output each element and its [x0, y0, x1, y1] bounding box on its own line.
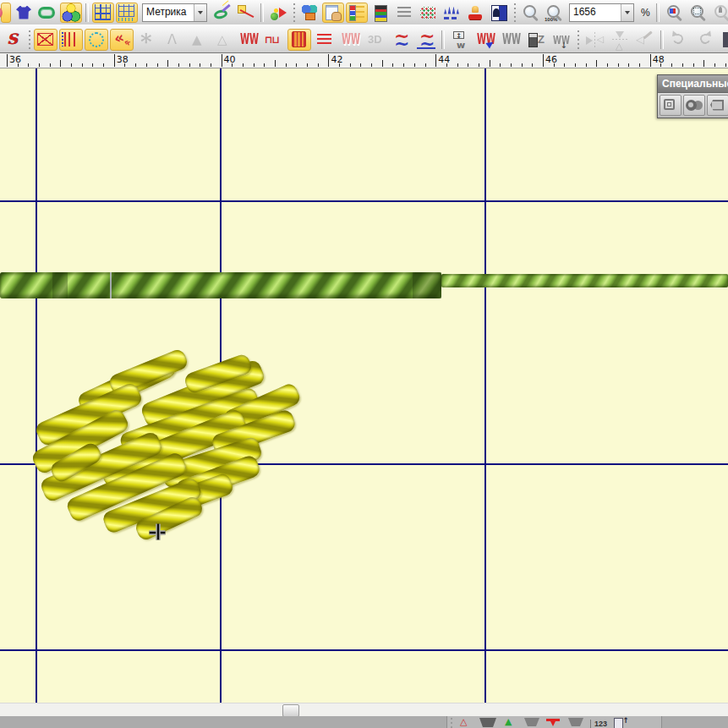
zoom-colors-button[interactable] [663, 3, 685, 23]
peak-outline-icon [214, 30, 233, 49]
zoom-level-input[interactable]: 1656 [569, 3, 634, 22]
palette-title[interactable]: Специальные [658, 75, 728, 93]
mirror-vertical-icon [610, 30, 629, 49]
marker-redline-button[interactable] [544, 718, 564, 728]
grid-settings-button[interactable] [116, 3, 138, 23]
ruler-tick [511, 63, 512, 67]
units-combo[interactable]: Метрика [142, 3, 207, 22]
color-palette-icon [371, 3, 390, 22]
ruler-tick [157, 63, 158, 67]
zoom-button[interactable] [519, 3, 541, 23]
ruler-tick [446, 63, 447, 67]
ruler-tick [103, 63, 104, 67]
mirror-horizontal-button[interactable] [583, 29, 606, 51]
thread-list-button[interactable] [346, 3, 368, 23]
grid-toggle-button[interactable] [92, 3, 114, 23]
thread-colors-button[interactable] [60, 3, 82, 23]
program-stitch-button[interactable] [524, 29, 548, 51]
waves-button[interactable] [389, 29, 413, 51]
horizontal-scrollbar[interactable] [0, 703, 728, 717]
peak-filled-button[interactable] [186, 29, 210, 51]
zigzag-select-button[interactable] [473, 29, 497, 51]
stamp-button[interactable] [464, 3, 486, 23]
mirror-vertical-button[interactable] [608, 29, 632, 51]
special-shape-hex-button[interactable] [707, 95, 728, 116]
ruler-tick [682, 63, 683, 67]
design-partial-button[interactable] [1, 3, 11, 23]
ruler-tick [532, 63, 533, 67]
marker-gray2-button[interactable] [566, 718, 586, 728]
object-inspector-button[interactable] [298, 3, 320, 23]
window-view-button[interactable] [488, 3, 510, 23]
zoom-100-button[interactable]: 100% [543, 3, 565, 23]
sfumato-lion-button[interactable] [1, 29, 25, 51]
ruler-tick [82, 63, 83, 67]
partial-dark-button[interactable] [718, 29, 728, 51]
zigzag-compress-button[interactable] [550, 29, 573, 51]
square-wave-stitch-button[interactable] [262, 29, 286, 51]
view-3d-button[interactable]: 3D [364, 29, 387, 51]
zoom-figure-button[interactable] [710, 3, 728, 23]
design-size-button[interactable] [441, 3, 463, 23]
special-shape-square-icon [661, 96, 680, 115]
outline-mode-button[interactable] [85, 29, 108, 51]
magic-wand-button[interactable] [211, 3, 233, 23]
stitch-simulator-button[interactable] [267, 3, 289, 23]
design-canvas[interactable]: Специальные [0, 68, 728, 703]
ruler-tick [650, 54, 651, 67]
arrows-mode-button[interactable] [110, 29, 134, 51]
ruler-tick [200, 63, 200, 67]
zoom-level-input-value[interactable]: 1656 [570, 4, 621, 21]
stitch-list-button[interactable] [393, 3, 415, 23]
units-combo-dropdown-button[interactable] [194, 4, 206, 21]
column-width-button[interactable] [448, 29, 472, 51]
marker-red-outline-icon [457, 716, 475, 728]
zigzag-stitch-button[interactable] [237, 29, 260, 51]
ruler-tick [714, 63, 715, 67]
measure-button[interactable] [235, 3, 257, 23]
ruler-tick [425, 63, 426, 67]
ruler-tick [382, 60, 383, 67]
ruler-tick [607, 63, 608, 67]
rotate-cw-button[interactable] [692, 29, 716, 51]
special-shape-square-button[interactable] [660, 95, 681, 116]
satin-stitch-mode-button[interactable] [59, 29, 83, 51]
units-combo-value[interactable]: Метрика [143, 4, 194, 21]
zigzag-gray-button[interactable] [499, 29, 523, 51]
peak-dashed-button[interactable] [161, 29, 184, 51]
scrollbar-thumb[interactable] [282, 704, 299, 717]
density-map-button[interactable] [417, 3, 439, 23]
garment-view-button[interactable] [13, 3, 35, 23]
ruler-tick [660, 63, 661, 67]
edit-document-button[interactable] [322, 3, 344, 23]
light-zigzag-button[interactable] [338, 29, 362, 51]
rays-button[interactable] [135, 29, 159, 51]
ruler-label: 42 [331, 54, 342, 65]
waves-underline-button[interactable] [414, 29, 438, 51]
fill-pattern-button[interactable] [287, 29, 311, 51]
fill-stitch-mode-button[interactable] [34, 29, 57, 51]
ruler-tick [350, 63, 351, 67]
parallel-lines-button[interactable] [313, 29, 337, 51]
marker-green-button[interactable] [500, 718, 520, 728]
zoom-level-input-dropdown-button[interactable] [621, 4, 633, 21]
ruler-tick [360, 63, 361, 67]
marker-gray-button[interactable] [522, 718, 542, 728]
separator [513, 3, 516, 22]
marker-red-outline-button[interactable] [456, 718, 476, 728]
page-upload-button[interactable] [611, 718, 632, 728]
palette-body [658, 93, 728, 118]
stitch-list-icon [395, 3, 413, 22]
zoom-selection-button[interactable] [687, 3, 709, 23]
rotate-ccw-button[interactable] [667, 29, 691, 51]
special-shapes-palette[interactable]: Специальные [657, 74, 728, 118]
ruler-tick [403, 63, 404, 67]
color-palette-button[interactable] [369, 3, 391, 23]
special-shape-circles-button[interactable] [683, 95, 705, 116]
hoop-button[interactable] [36, 3, 58, 23]
peak-outline-button[interactable] [211, 29, 235, 51]
shear-button[interactable] [633, 29, 657, 51]
marker-dark-button[interactable] [478, 718, 498, 728]
ruler-tick [178, 63, 179, 67]
marker-redline-icon [545, 716, 563, 728]
